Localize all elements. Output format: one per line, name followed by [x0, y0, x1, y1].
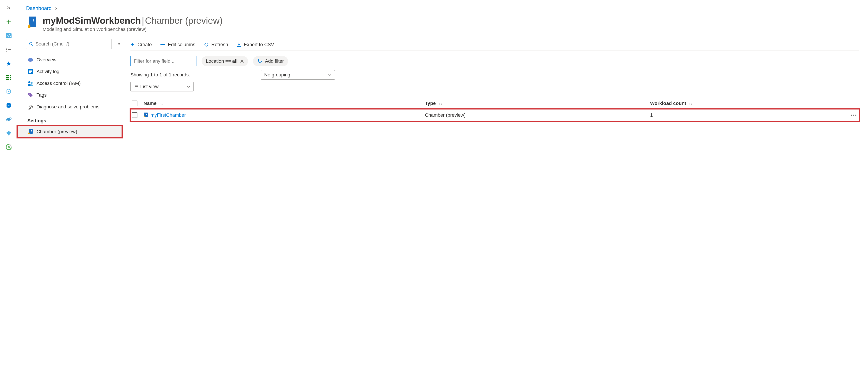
svg-rect-41 [160, 43, 162, 43]
svg-rect-27 [28, 26, 30, 28]
nav-tags[interactable]: Tags [26, 89, 122, 101]
row-workload: 1 [650, 112, 847, 118]
filter-pill-location[interactable]: Location == all [202, 56, 248, 66]
row-checkbox[interactable] [132, 112, 137, 118]
svg-rect-11 [8, 77, 9, 78]
edit-columns-button[interactable]: Edit columns [160, 42, 195, 48]
breadcrumb-dashboard[interactable]: Dashboard [26, 5, 52, 11]
svg-point-5 [6, 51, 7, 52]
tags-icon [27, 92, 33, 98]
rail-apps-icon[interactable] [5, 74, 12, 81]
chevron-right-icon: › [55, 5, 57, 11]
svg-rect-8 [8, 75, 9, 77]
export-csv-button[interactable]: Export to CSV [237, 42, 274, 48]
nav-activity-log[interactable]: Activity log [26, 66, 122, 78]
rail-dashboard-icon[interactable] [5, 32, 12, 39]
diagnose-icon [27, 104, 33, 110]
svg-point-3 [6, 49, 7, 50]
svg-rect-40 [31, 130, 32, 132]
columns-icon [160, 43, 165, 47]
row-type: Chamber (preview) [425, 112, 650, 118]
resource-search-input[interactable] [26, 39, 112, 49]
svg-rect-52 [135, 88, 138, 88]
rail-list-icon[interactable] [5, 46, 12, 54]
svg-point-1 [6, 48, 7, 49]
add-filter-button[interactable]: Add filter [253, 56, 288, 66]
svg-text:sql: sql [7, 105, 10, 107]
nav-overview[interactable]: Overview [26, 54, 122, 66]
svg-rect-51 [134, 87, 134, 88]
svg-rect-15 [10, 79, 11, 80]
row-more-button[interactable]: ··· [847, 112, 859, 119]
nav-diagnose[interactable]: Diagnose and solve problems [26, 101, 122, 113]
grouping-select[interactable]: No grouping [261, 70, 335, 80]
column-name[interactable]: Name ↑↓ [144, 101, 425, 106]
iam-icon [27, 81, 33, 86]
filter-location-label: Location == all [206, 58, 238, 64]
svg-point-35 [28, 81, 30, 83]
svg-rect-26 [33, 19, 35, 21]
column-type[interactable]: Type ↑↓ [425, 101, 650, 106]
svg-rect-53 [144, 113, 148, 117]
list-view-icon [134, 85, 138, 88]
nav-tags-label: Tags [36, 92, 46, 98]
svg-point-16 [8, 91, 9, 92]
svg-rect-45 [160, 46, 162, 46]
rail-sql-icon[interactable]: sql [5, 102, 12, 109]
svg-rect-32 [29, 70, 32, 70]
rail-diamond-icon[interactable] [5, 129, 12, 137]
select-all-checkbox[interactable] [132, 101, 137, 106]
page-title: myModSimWorkbench|Chamber (preview) [42, 16, 223, 26]
overview-icon [27, 58, 33, 62]
svg-rect-34 [29, 72, 31, 73]
view-select[interactable]: List view [130, 82, 193, 91]
create-button[interactable]: Create [130, 42, 152, 48]
svg-rect-54 [146, 114, 147, 115]
svg-point-38 [31, 106, 32, 107]
close-icon[interactable] [240, 59, 244, 63]
svg-rect-9 [10, 75, 11, 77]
nav-overview-label: Overview [36, 57, 57, 63]
svg-rect-42 [162, 43, 165, 43]
rail-add-icon[interactable] [5, 18, 12, 26]
nav-chamber-label: Chamber (preview) [36, 129, 77, 135]
svg-rect-46 [162, 46, 165, 46]
svg-point-28 [30, 43, 32, 45]
search-icon [29, 42, 33, 46]
svg-rect-50 [135, 86, 138, 87]
workbench-icon [26, 16, 39, 28]
refresh-button[interactable]: Refresh [204, 42, 228, 48]
collapse-nav-button[interactable]: « [116, 41, 122, 47]
row-name-link[interactable]: myFirstChamber [144, 112, 425, 118]
svg-point-30 [28, 58, 33, 62]
rail-cube-icon[interactable] [5, 87, 12, 95]
filter-any-field-input[interactable] [130, 56, 197, 66]
column-workload[interactable]: Workload count ↑↓ [650, 101, 847, 106]
nav-access-control[interactable]: Access control (IAM) [26, 78, 122, 89]
chamber-icon [144, 113, 148, 118]
nav-settings-heading: Settings [27, 118, 122, 124]
rail-expand-icon[interactable] [5, 4, 12, 12]
add-filter-icon [257, 59, 262, 63]
svg-point-37 [29, 93, 30, 94]
chevron-down-icon [328, 74, 332, 76]
nav-chamber[interactable]: Chamber (preview) [18, 126, 122, 138]
more-commands-button[interactable]: ··· [283, 41, 289, 48]
nav-diag-label: Diagnose and solve problems [36, 104, 100, 110]
svg-rect-14 [8, 79, 9, 80]
nav-activity-label: Activity log [36, 69, 59, 75]
rail-cosmos-icon[interactable] [5, 115, 12, 123]
rail-cost-icon[interactable]: $ [5, 143, 12, 151]
chevron-down-icon [187, 86, 190, 88]
svg-rect-12 [10, 77, 11, 78]
svg-rect-13 [6, 79, 8, 80]
svg-rect-48 [135, 85, 138, 86]
plus-icon [130, 43, 135, 47]
svg-rect-43 [160, 44, 162, 45]
refresh-icon [204, 42, 209, 47]
rail-favorites-icon[interactable] [5, 60, 12, 67]
table-row[interactable]: myFirstChamber Chamber (preview) 1 ··· [130, 109, 859, 121]
svg-rect-6 [8, 51, 11, 51]
svg-rect-39 [29, 129, 33, 134]
svg-text:$: $ [8, 146, 9, 148]
